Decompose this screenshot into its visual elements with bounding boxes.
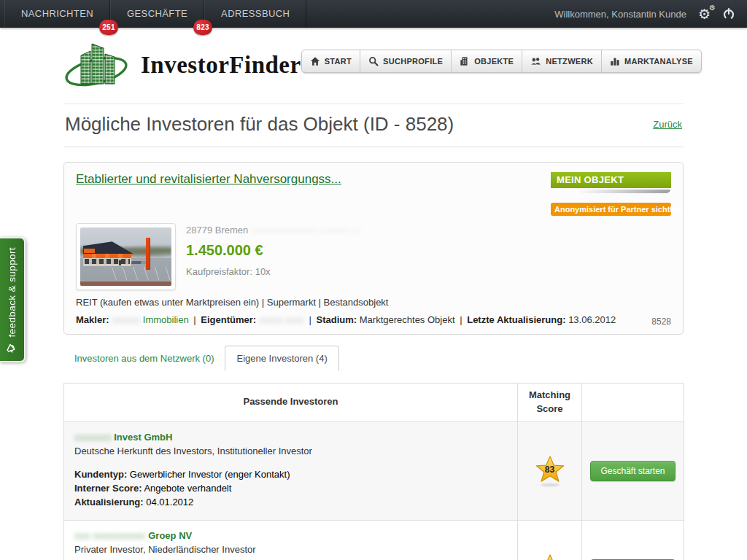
badge-shadow-swoosh — [577, 190, 671, 193]
star-shadow — [541, 483, 560, 486]
table-row: xxx xxxxxxxxxx Groep NV Privater Investo… — [64, 520, 684, 560]
eigentuemer-redacted: xxxxx xxxx — [259, 314, 304, 325]
home-icon — [310, 56, 320, 66]
header: InvestorFinder START SUCHPROFILE OBJEKTE — [63, 28, 684, 92]
matching-score-value: 83 — [535, 464, 565, 475]
matching-score-star: 83 — [535, 554, 565, 560]
title-section: Mögliche Investoren für das Objekt (ID -… — [63, 104, 684, 147]
matching-score-star: 83 — [535, 456, 565, 483]
topbar-item-label: ADRESSBUCH — [221, 8, 290, 19]
nav-item-objekte[interactable]: OBJEKTE — [452, 50, 522, 72]
tab-eigene-investoren[interactable]: Eigene Investoren (4) — [225, 346, 338, 371]
eigentuemer-label: Eigentümer: — [201, 314, 256, 325]
investor-description: Deutsche Herkunft des Investors, Institu… — [74, 446, 507, 456]
feedback-support-tab[interactable]: feedback & support — [0, 237, 26, 362]
object-price: 1.450.000 € — [186, 242, 360, 259]
object-address: 28779 Bremen xxxxxxxxxxxxxx xxxxxx xx — [186, 225, 360, 236]
investor-name-redacted: xxx xxxxxxxxxx — [74, 530, 146, 541]
main-nav: START SUCHPROFILE OBJEKTE NETZWERK — [301, 50, 702, 73]
nav-item-label: OBJEKTE — [474, 57, 514, 66]
header-actions — [582, 384, 684, 422]
makler-label: Makler: — [76, 314, 109, 325]
megaphone-icon — [6, 342, 18, 354]
update-value: 13.06.2012 — [568, 314, 616, 325]
stadium-value: Marktgerechtes Objekt — [360, 314, 455, 325]
header-matching-score: Matching Score — [518, 384, 582, 422]
my-object-badge: MEIN OBJEKT — [551, 172, 671, 188]
object-meta: Makler: xxxxxx Immobilien | Eigentümer: … — [76, 314, 671, 325]
geschaefte-count-badge: 823 — [193, 20, 212, 35]
nav-item-label: SUCHPROFILE — [383, 57, 443, 66]
topbar-item-nachrichten[interactable]: NACHRICHTEN 251 — [4, 0, 110, 28]
nav-item-start[interactable]: START — [302, 50, 360, 72]
building-icon — [460, 56, 470, 66]
topbar: NACHRICHTEN 251 GESCHÄFTE 823 ADRESSBUCH… — [0, 0, 747, 28]
nav-item-suchprofile[interactable]: SUCHPROFILE — [360, 50, 452, 72]
settings-gear-icon[interactable]: ⚙⚙ — [698, 7, 711, 21]
investor-details: Kundentyp: Gewerblicher Investor (enger … — [74, 467, 507, 509]
feedback-label: feedback & support — [7, 247, 18, 338]
object-photo-thumbnail[interactable] — [76, 223, 176, 290]
logout-power-icon[interactable] — [722, 7, 735, 20]
chart-icon — [610, 56, 620, 66]
topbar-menu: NACHRICHTEN 251 GESCHÄFTE 823 ADRESSBUCH — [4, 0, 306, 28]
brand-logo[interactable]: InvestorFinder — [63, 38, 301, 92]
small-gear-icon: ⚙ — [709, 4, 716, 12]
header-passende-investoren: Passende Investoren — [64, 384, 518, 422]
table-row: xxxxxxx Invest GmbH Deutsche Herkunft de… — [64, 421, 684, 520]
nav-item-label: NETZWERK — [546, 57, 593, 66]
nav-item-label: START — [325, 57, 352, 66]
nav-item-label: MARKTANALYSE — [624, 57, 693, 66]
people-icon — [530, 56, 541, 66]
object-id: 8528 — [651, 316, 671, 327]
object-photo — [80, 228, 171, 286]
nachrichten-count-badge: 251 — [99, 20, 118, 35]
topbar-right: Willkommen, Konstantin Kunde ⚙⚙ — [554, 0, 747, 28]
object-card: Etablierter und revitalisierter Nahverso… — [63, 162, 684, 335]
topbar-item-label: NACHRICHTEN — [21, 8, 93, 19]
investor-name-link[interactable]: Groep NV — [148, 530, 192, 541]
topbar-item-adressbuch[interactable]: ADRESSBUCH — [204, 0, 306, 28]
search-icon — [368, 56, 379, 66]
table-header-row: Passende Investoren Matching Score — [64, 384, 684, 422]
topbar-item-geschaefte[interactable]: GESCHÄFTE 823 — [110, 0, 204, 28]
address-redacted: xxxxxxxxxxxxxx xxxxxx xx — [251, 225, 360, 236]
page-title: Mögliche Investoren für das Objekt (ID -… — [65, 113, 454, 136]
object-badges: MEIN OBJEKT Anonymisiert für Partner sic… — [551, 172, 671, 216]
brand-name: InvestorFinder — [141, 52, 301, 79]
back-link[interactable]: Zurück — [653, 119, 682, 130]
investor-table: Passende Investoren Matching Score xxxxx… — [63, 383, 684, 560]
nav-item-marktanalyse[interactable]: MARKTANALYSE — [602, 50, 701, 72]
investor-description: Privater Investor, Niederländischer Inve… — [74, 544, 507, 555]
object-tags: REIT (kaufen etwas unter Marktpreisen ei… — [76, 297, 671, 308]
makler-link[interactable]: Immobilien — [143, 314, 189, 325]
object-title-link[interactable]: Etablierter und revitalisierter Nahverso… — [76, 172, 341, 216]
logo-buildings-icon — [63, 38, 133, 92]
welcome-text: Willkommen, Konstantin Kunde — [554, 9, 686, 20]
nav-item-netzwerk[interactable]: NETZWERK — [522, 50, 602, 72]
price-factor: Kaufpreisfaktor: 10x — [186, 266, 360, 277]
investor-name-redacted: xxxxxxx — [74, 432, 112, 443]
address-city: 28779 Bremen — [186, 225, 248, 236]
topbar-item-label: GESCHÄFTE — [127, 8, 187, 19]
investor-name-link[interactable]: Invest GmbH — [114, 432, 172, 443]
tab-netzwerk-investoren[interactable]: Investoren aus dem Netzwerk (0) — [63, 346, 225, 371]
update-label: Letzte Aktualisierung: — [467, 314, 565, 325]
start-deal-button[interactable]: Geschäft starten — [590, 461, 675, 481]
anonymized-badge: Anonymisiert für Partner sichtbar — [551, 203, 671, 216]
investor-tabs: Investoren aus dem Netzwerk (0) Eigene I… — [63, 346, 684, 371]
makler-redacted: xxxxxx — [112, 314, 140, 325]
stadium-label: Stadium: — [317, 314, 357, 325]
